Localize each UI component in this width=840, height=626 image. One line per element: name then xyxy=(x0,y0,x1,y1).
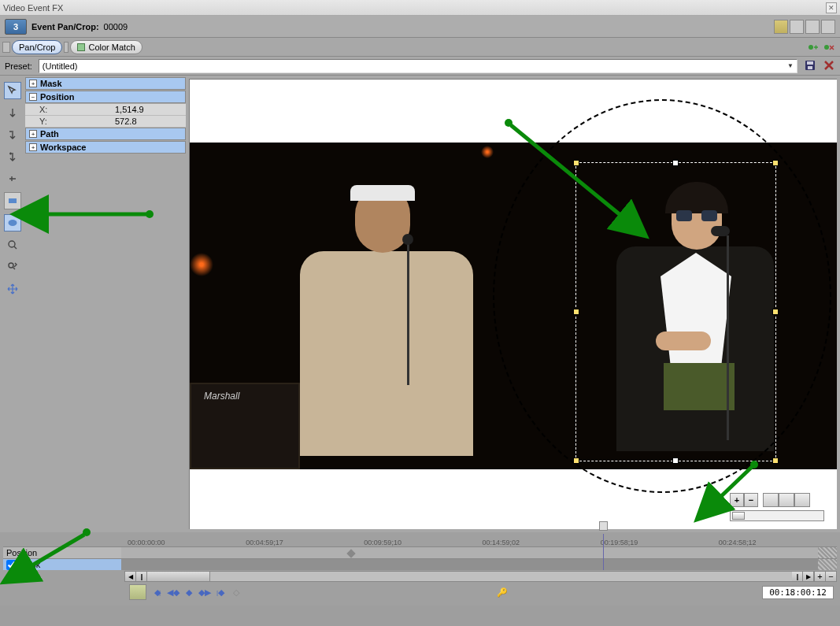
track-position[interactable] xyxy=(121,546,837,558)
properties-panel: +Mask −Position X:1,514.9 Y:572.8 +Path … xyxy=(25,76,186,532)
zoom-out-button[interactable]: − xyxy=(744,493,758,507)
last-key-icon[interactable]: |◆ xyxy=(214,586,227,598)
fit-all-button[interactable] xyxy=(794,493,810,507)
zoom-in-button[interactable]: + xyxy=(730,493,744,507)
fx-chain-pancrop[interactable]: Pan/Crop xyxy=(12,40,62,54)
header-bar: 3 Event Pan/Crop: 00009 xyxy=(0,16,840,38)
fit-h-button[interactable] xyxy=(763,493,779,507)
zoom-tool[interactable] xyxy=(4,236,21,254)
main-area: +Mask −Position X:1,514.9 Y:572.8 +Path … xyxy=(0,76,840,532)
normal-edit-tool[interactable] xyxy=(4,82,21,99)
preset-dropdown[interactable]: (Untitled) ▼ xyxy=(39,59,797,73)
chain-connector-icon xyxy=(2,42,10,53)
lock-icon[interactable]: 🔑 xyxy=(497,587,508,598)
prop-row-y[interactable]: Y:572.8 xyxy=(25,116,186,128)
header-label: Event Pan/Crop: xyxy=(31,22,99,31)
fit-w-button[interactable] xyxy=(779,493,794,507)
expand-icon: + xyxy=(29,130,37,138)
keyframe-icon[interactable] xyxy=(346,549,355,557)
preview-wrap: Marshall xyxy=(186,76,840,532)
svg-point-6 xyxy=(9,220,17,226)
view-mode-b[interactable] xyxy=(790,20,804,34)
view-mode-c[interactable] xyxy=(805,20,820,34)
prop-group-mask[interactable]: +Mask xyxy=(25,77,186,90)
split-tool[interactable] xyxy=(4,170,21,187)
rectangle-mask-tool[interactable] xyxy=(4,192,21,209)
fx-chain-bar: Pan/Crop Color Match xyxy=(0,38,840,57)
add-key-icon[interactable]: ◆ xyxy=(183,586,195,598)
svg-point-7 xyxy=(9,241,15,247)
title-bar: Video Event FX ✕ xyxy=(0,0,840,16)
prop-group-position[interactable]: −Position xyxy=(25,91,186,103)
track-label-position[interactable]: Position xyxy=(3,546,121,558)
close-button[interactable]: ✕ xyxy=(826,2,837,13)
move-tool[interactable] xyxy=(4,280,21,298)
timeline-ruler[interactable]: 00:00:00:00 00:04:59;17 00:09:59;10 00:1… xyxy=(128,534,837,546)
view-mode-a[interactable] xyxy=(774,20,788,34)
sync-cursor-button[interactable] xyxy=(129,584,146,600)
view-mode-d[interactable] xyxy=(821,20,835,34)
zoom-slider[interactable] xyxy=(730,510,824,521)
window-title: Video Event FX xyxy=(3,3,63,13)
header-frame: 00009 xyxy=(104,22,128,31)
scrollbar-thumb[interactable] xyxy=(147,572,210,581)
fx-chain-colormatch[interactable]: Color Match xyxy=(70,40,142,54)
bottom-bar: ◆| ◀◆ ◆ ◆▶ |◆ ◇ 🔑 00:18:00:12 xyxy=(3,582,837,602)
selection-rect[interactable] xyxy=(575,162,776,461)
svg-rect-4 xyxy=(808,66,812,69)
delete-key-icon[interactable]: ◇ xyxy=(230,586,242,598)
svg-rect-3 xyxy=(807,61,813,65)
remove-node-icon[interactable] xyxy=(822,41,834,54)
expand-icon: + xyxy=(29,143,37,151)
mask-enable-checkbox[interactable] xyxy=(6,560,17,570)
svg-rect-5 xyxy=(9,198,17,203)
delete-preset-icon[interactable] xyxy=(823,59,835,73)
prop-row-x[interactable]: X:1,514.9 xyxy=(25,104,186,116)
person-left xyxy=(268,158,520,469)
oval-mask-tool[interactable] xyxy=(4,214,21,232)
anchor-add-tool[interactable] xyxy=(4,148,21,165)
expand-icon: + xyxy=(29,80,37,87)
anchor-tool[interactable] xyxy=(4,104,21,121)
anchor-delete-tool[interactable] xyxy=(4,126,21,143)
scroll-right-icon[interactable]: ▶ xyxy=(803,572,814,581)
chain-connector-icon xyxy=(64,42,68,53)
preset-label: Preset: xyxy=(5,61,32,71)
timeline-scrollbar[interactable]: ◀ ‖ ‖ ▶ + − xyxy=(124,571,837,582)
prop-group-path[interactable]: +Path xyxy=(25,128,186,140)
preview-controls: + − xyxy=(730,493,824,521)
track-mask[interactable] xyxy=(121,558,837,570)
zoom-edit-tool[interactable] xyxy=(4,258,21,276)
preset-bar: Preset: (Untitled) ▼ xyxy=(0,57,840,76)
preset-value: (Untitled) xyxy=(43,61,78,71)
chevron-down-icon: ▼ xyxy=(787,62,794,69)
add-node-icon[interactable] xyxy=(806,41,819,54)
save-preset-icon[interactable] xyxy=(804,59,816,73)
prev-key-icon[interactable]: ◀◆ xyxy=(167,586,179,598)
prop-group-workspace[interactable]: +Workspace xyxy=(25,141,186,154)
preview-canvas[interactable]: Marshall xyxy=(189,79,837,529)
playhead[interactable] xyxy=(603,534,604,570)
next-key-icon[interactable]: ◆▶ xyxy=(198,586,211,598)
timeline-area: 00:00:00:00 00:04:59;17 00:09:59;10 00:1… xyxy=(0,532,840,606)
current-time-field[interactable]: 00:18:00:12 xyxy=(762,586,834,599)
source-badge-icon: 3 xyxy=(5,19,27,35)
scroll-left-icon[interactable]: ◀ xyxy=(125,572,136,581)
collapse-icon: − xyxy=(29,93,37,101)
zoom-out-timeline[interactable]: − xyxy=(825,572,836,581)
zoom-in-timeline[interactable]: + xyxy=(814,572,825,581)
first-key-icon[interactable]: ◆| xyxy=(151,586,164,598)
svg-point-1 xyxy=(824,45,829,50)
svg-point-0 xyxy=(809,45,813,50)
tool-column xyxy=(0,76,25,532)
track-label-mask[interactable]: Mask xyxy=(3,558,121,570)
